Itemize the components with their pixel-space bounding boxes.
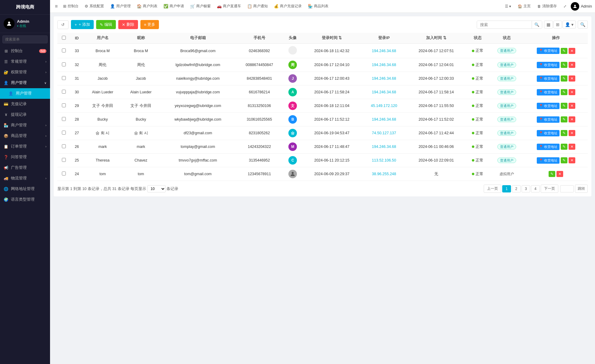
- ip-link[interactable]: 113.52.106.50: [372, 158, 396, 162]
- per-page-select[interactable]: 10 20 50: [147, 185, 166, 192]
- row-delete-button[interactable]: ✕: [556, 171, 563, 177]
- row-edit-button[interactable]: ✎: [561, 130, 567, 136]
- addr-button[interactable]: 📍 收货地址: [537, 89, 560, 95]
- sidebar-item-users-parent[interactable]: 👤 用户管理 ∨: [0, 78, 50, 88]
- row-checkbox[interactable]: [62, 117, 66, 121]
- row-edit-button[interactable]: ✎: [561, 103, 567, 109]
- addr-button[interactable]: 📍 收货地址: [537, 103, 560, 109]
- more-button[interactable]: ≡ 更多: [140, 20, 159, 29]
- addr-button[interactable]: 📍 收货地址: [537, 157, 560, 164]
- page-jump-input[interactable]: [560, 185, 574, 192]
- topbar-nav-goods-list[interactable]: 🏪 商品列表: [305, 2, 331, 10]
- topbar-nav-merchant-apply[interactable]: ✅ 商户申请: [161, 2, 187, 10]
- topbar-nav-merchant-live[interactable]: 🚗 商户直通车: [214, 2, 244, 10]
- topbar-home-btn[interactable]: 🏠 主页: [515, 2, 533, 10]
- row-checkbox[interactable]: [62, 172, 66, 175]
- refresh-button[interactable]: ↺: [57, 20, 69, 29]
- row-edit-button[interactable]: ✎: [561, 62, 567, 68]
- row-checkbox[interactable]: [62, 90, 66, 94]
- topbar-clear-cache-btn[interactable]: 🗑 清除缓存: [535, 2, 559, 10]
- page-btn-3[interactable]: 3: [522, 185, 530, 192]
- addr-button[interactable]: 📍 收货地址: [537, 116, 560, 123]
- row-checkbox[interactable]: [62, 62, 66, 66]
- addr-button[interactable]: 📍 收货地址: [537, 62, 560, 68]
- row-delete-button[interactable]: ✕: [569, 130, 575, 136]
- sidebar-search-input[interactable]: [2, 35, 48, 43]
- addr-button[interactable]: 📍 收货地址: [537, 130, 560, 136]
- page-btn-4[interactable]: 4: [531, 185, 540, 192]
- topbar-nav-merchant-list[interactable]: 🏠 商户列表: [134, 2, 160, 10]
- search-input[interactable]: [477, 21, 532, 28]
- edit-button[interactable]: ✎ 编辑: [96, 20, 116, 29]
- topbar-nav-merchant-recharge[interactable]: 💰 商户充值记录: [271, 2, 304, 10]
- search-expand-btn[interactable]: 🔍: [578, 21, 588, 28]
- topbar-nav-users[interactable]: 👤 用户管理: [108, 2, 133, 10]
- row-delete-button[interactable]: ✕: [569, 103, 575, 109]
- sidebar-item-common[interactable]: ☰ 常规管理 ›: [0, 56, 50, 67]
- sidebar-item-orders[interactable]: 📋 订单管理 ›: [0, 141, 50, 152]
- row-delete-button[interactable]: ✕: [569, 144, 575, 150]
- next-page-btn[interactable]: 下一页: [541, 185, 558, 193]
- sidebar-item-permissions[interactable]: 🔐 权限管理 ›: [0, 67, 50, 78]
- ip-link[interactable]: 194.246.34.68: [372, 90, 396, 94]
- topbar-nav-system[interactable]: ⚙ 系统配置: [82, 2, 106, 10]
- row-edit-button[interactable]: ✎: [561, 144, 567, 150]
- view-grid-btn[interactable]: ⊞: [553, 21, 562, 28]
- row-checkbox[interactable]: [62, 131, 66, 135]
- sidebar-item-language[interactable]: 🌍 语言类型管理: [0, 194, 50, 205]
- page-btn-2[interactable]: 2: [512, 185, 521, 192]
- row-checkbox[interactable]: [62, 103, 66, 107]
- row-edit-button[interactable]: ✎: [549, 171, 555, 177]
- row-edit-button[interactable]: ✎: [561, 48, 567, 54]
- row-checkbox[interactable]: [62, 144, 66, 148]
- add-button[interactable]: + + 添加: [71, 20, 94, 29]
- addr-button[interactable]: 📍 收货地址: [537, 144, 560, 150]
- ip-link[interactable]: 74.50.127.137: [372, 131, 396, 135]
- row-delete-button[interactable]: ✕: [569, 157, 575, 163]
- ip-link[interactable]: 194.246.34.68: [372, 145, 396, 149]
- row-edit-button[interactable]: ✎: [561, 116, 567, 122]
- addr-button[interactable]: 📍 收货地址: [537, 48, 560, 54]
- menu-toggle-icon[interactable]: ≡: [53, 2, 59, 10]
- search-button[interactable]: 🔍: [532, 21, 542, 28]
- row-edit-button[interactable]: ✎: [561, 157, 567, 163]
- sidebar-item-network[interactable]: 🌐 网络地址管理: [0, 184, 50, 194]
- sidebar-item-withdraw[interactable]: ¥ 提现记录: [0, 109, 50, 120]
- row-delete-button[interactable]: ✕: [569, 75, 575, 82]
- row-delete-button[interactable]: ✕: [569, 62, 575, 68]
- row-delete-button[interactable]: ✕: [569, 48, 575, 54]
- view-more-btn[interactable]: 👤 ▾: [563, 21, 576, 28]
- ip-link[interactable]: 45.149.172.120: [371, 104, 397, 108]
- ip-link[interactable]: 194.246.34.68: [372, 63, 396, 67]
- topbar-admin[interactable]: Admin: [571, 2, 592, 11]
- sidebar-item-merchant[interactable]: 🏪 商户管理 ›: [0, 120, 50, 131]
- sidebar-item-ads[interactable]: 📢 广告管理: [0, 162, 50, 173]
- sidebar-item-dashboard[interactable]: ⊞ 控制台 hot: [0, 46, 50, 56]
- sidebar-item-logistics[interactable]: 🚚 物流管理 ›: [0, 173, 50, 184]
- ip-link[interactable]: 194.246.34.68: [372, 76, 396, 81]
- page-btn-1[interactable]: 1: [502, 185, 511, 192]
- topbar-more-btn[interactable]: ☰ ▾: [503, 3, 513, 10]
- view-table-btn[interactable]: ▦: [544, 21, 553, 28]
- row-delete-button[interactable]: ✕: [569, 116, 575, 122]
- topbar-nav-merchant-notice[interactable]: 📋 商户通知: [245, 2, 270, 10]
- page-jump-button[interactable]: 跳转: [575, 185, 588, 193]
- row-edit-button[interactable]: ✎: [561, 75, 567, 82]
- sidebar-item-users[interactable]: 👤 用户管理: [0, 88, 50, 99]
- addr-button[interactable]: 📍 收货地址: [537, 75, 560, 82]
- sidebar-item-goods[interactable]: 📦 商品管理 ›: [0, 131, 50, 141]
- ip-link[interactable]: 38.96.255.248: [372, 172, 396, 176]
- row-checkbox[interactable]: [62, 158, 66, 162]
- row-checkbox[interactable]: [62, 76, 66, 80]
- topbar-nav-dashboard[interactable]: ⊞ 控制台: [61, 2, 81, 10]
- select-all-checkbox[interactable]: [62, 36, 66, 40]
- sidebar-item-faq[interactable]: ❓ 问答管理: [0, 152, 50, 162]
- row-delete-button[interactable]: ✕: [569, 89, 575, 95]
- ip-link[interactable]: 194.246.34.68: [372, 49, 396, 53]
- row-checkbox[interactable]: [62, 48, 66, 52]
- delete-button[interactable]: ✕ 删除: [118, 20, 138, 29]
- prev-page-btn[interactable]: 上一页: [484, 185, 501, 193]
- row-edit-button[interactable]: ✎: [561, 89, 567, 95]
- ip-link[interactable]: 194.246.34.68: [372, 117, 396, 122]
- topbar-nav-merchant-shop[interactable]: 🛒 商户橱窗: [188, 2, 213, 10]
